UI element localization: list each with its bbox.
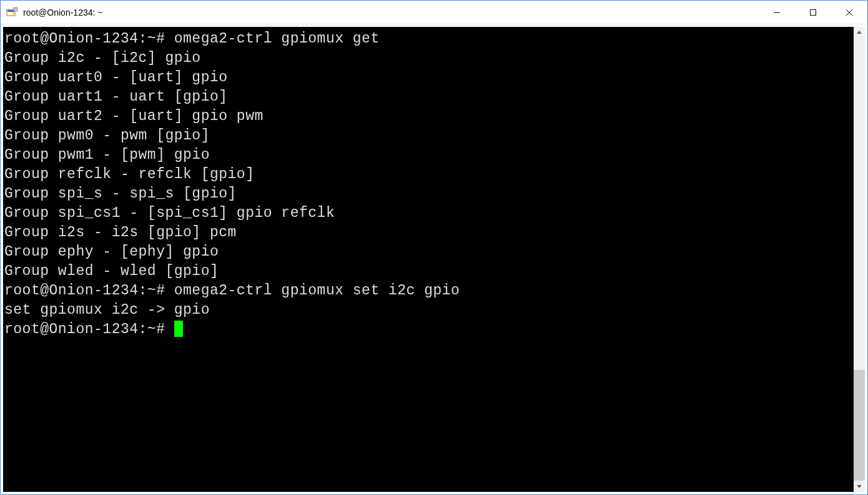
terminal-line: Group i2c - [i2c] gpio [4,49,852,68]
putty-icon [6,6,18,19]
maximize-button[interactable] [795,1,831,24]
terminal-line: set gpiomux i2c -> gpio [4,301,852,320]
scroll-up-arrow[interactable] [854,27,865,38]
app-window: root@Onion-1234: ~ root@Onion-1234:~# om… [0,0,868,495]
minimize-button[interactable] [759,1,795,24]
terminal-line: Group wled - wled [gpio] [4,262,852,281]
terminal-cursor [174,321,183,337]
svg-rect-1 [7,10,14,12]
terminal-line: Group spi_cs1 - [spi_cs1] gpio refclk [4,204,852,223]
scroll-thumb[interactable] [854,370,865,481]
terminal-line: root@Onion-1234:~# omega2-ctrl gpiomux s… [4,281,852,301]
terminal-line: Group spi_s - spi_s [gpio] [4,184,852,204]
close-button[interactable] [831,1,867,24]
window-title: root@Onion-1234: ~ [23,8,759,18]
terminal-line: Group pwm0 - pwm [gpio] [4,126,852,146]
terminal[interactable]: root@Onion-1234:~# omega2-ctrl gpiomux g… [3,27,854,492]
scrollbar[interactable] [854,27,865,492]
terminal-line: Group uart0 - [uart] gpio [4,68,852,88]
svg-rect-7 [811,9,816,15]
scroll-track[interactable] [854,38,865,481]
terminal-line: Group uart1 - uart [gpio] [4,88,852,107]
scroll-down-arrow[interactable] [854,481,865,492]
terminal-line: Group ephy - [ephy] gpio [4,242,852,262]
terminal-line: Group pwm1 - [pwm] gpio [4,146,852,165]
terminal-line: Group refclk - refclk [gpio] [4,165,852,184]
terminal-line: Group i2s - i2s [gpio] pcm [4,223,852,242]
terminal-line: root@Onion-1234:~# omega2-ctrl gpiomux g… [4,29,852,49]
terminal-line: root@Onion-1234:~# [4,320,852,339]
titlebar[interactable]: root@Onion-1234: ~ [1,1,867,24]
window-controls [759,1,867,24]
terminal-line: Group uart2 - [uart] gpio pwm [4,107,852,126]
content-area: root@Onion-1234:~# omega2-ctrl gpiomux g… [1,24,867,494]
